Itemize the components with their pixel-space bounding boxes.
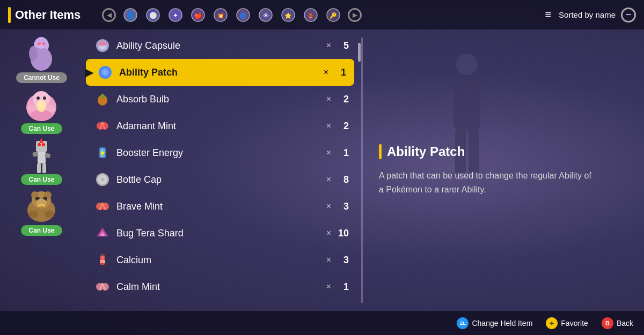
category-icon-8[interactable]: ⭐	[280, 7, 296, 23]
item-name-3: Adamant Mint	[116, 121, 326, 132]
item-x-6: ×	[326, 202, 331, 211]
party-panel: Cannot Use Can Use	[0, 29, 83, 311]
item-row-0[interactable]: Ability Capsule × 5	[83, 32, 357, 59]
b-button[interactable]: B	[602, 317, 613, 329]
category-icon-4[interactable]: 🍎	[190, 7, 206, 23]
detail-description: A patch that can be used to change the r…	[379, 169, 594, 196]
item-icon-8: Ca	[94, 251, 111, 269]
sort-label: Sorted by name	[559, 10, 616, 19]
nav-right-button[interactable]: ▶	[348, 8, 362, 22]
item-icon-3	[94, 117, 111, 135]
item-count-3: 2	[335, 121, 349, 132]
status-badge-3: Can Use	[21, 174, 62, 185]
svg-point-51	[45, 211, 54, 218]
item-icon-7	[94, 225, 111, 242]
zl-icon: ZL	[460, 321, 466, 326]
title-accent	[8, 7, 11, 23]
item-name-2: Absorb Bulb	[116, 94, 326, 105]
category-icon-5[interactable]: 💥	[213, 7, 229, 23]
item-row-7[interactable]: Bug Tera Shard × 10	[83, 220, 357, 247]
item-count-4: 1	[335, 147, 349, 159]
item-list-wrapper: Ability Capsule × 5 ▶ Ability Patch × 1	[83, 29, 363, 311]
detail-accent	[379, 144, 382, 159]
item-count-2: 2	[335, 94, 349, 105]
svg-point-42	[42, 143, 45, 146]
item-count-5: 8	[335, 174, 349, 185]
detail-title: Ability Patch	[387, 144, 465, 159]
plus-button[interactable]: +	[546, 317, 558, 329]
svg-point-25	[38, 44, 45, 49]
category-icon-7[interactable]: 👁	[258, 7, 274, 23]
plus-icon: +	[550, 319, 554, 327]
svg-rect-37	[32, 151, 39, 157]
item-x-5: ×	[326, 175, 331, 184]
bottom-bar: ZL Change Held Item + Favorite B Back	[0, 311, 644, 335]
item-x-0: ×	[326, 41, 331, 50]
category-icon-2[interactable]: ⚪	[145, 7, 161, 23]
pokemon-sprite-3	[20, 137, 63, 174]
party-member-3: Can Use	[4, 137, 79, 185]
svg-text:💥: 💥	[217, 12, 224, 19]
item-count-0: 5	[335, 40, 349, 51]
item-name-1: Ability Patch	[119, 67, 324, 78]
item-row-9[interactable]: Calm Mint × 1	[83, 273, 357, 300]
party-member-2: Can Use	[4, 86, 79, 134]
scroll-thumb	[358, 43, 361, 62]
svg-point-33	[36, 100, 46, 112]
item-x-8: ×	[326, 255, 331, 265]
b-icon: B	[605, 320, 610, 326]
item-name-0: Ability Capsule	[116, 40, 326, 51]
svg-text:Ca: Ca	[100, 259, 106, 264]
status-badge-4: Can Use	[21, 225, 62, 236]
item-icon-5	[94, 171, 111, 188]
zl-button[interactable]: ZL	[457, 317, 469, 329]
party-member-4: Can Use	[4, 188, 79, 236]
category-icon-10[interactable]: 🔑	[325, 7, 341, 23]
status-badge-1: Cannot Use	[16, 72, 67, 83]
item-row-2[interactable]: Absorb Bulb × 2	[83, 86, 357, 113]
item-icon-4	[94, 144, 111, 161]
svg-text:👤: 👤	[126, 11, 135, 20]
svg-point-22	[29, 46, 38, 61]
top-bar: Other Items ◀ 👤 ⚪ ✦ 🍎 💥 🌀 👁 ⭐	[0, 0, 644, 29]
item-name-9: Calm Mint	[116, 281, 326, 293]
item-name-5: Bottle Cap	[116, 174, 326, 185]
item-row-1[interactable]: ▶ Ability Patch × 1	[86, 59, 354, 86]
category-nav: ◀ 👤 ⚪ ✦ 🍎 💥 🌀 👁 ⭐ 🏺 🔑	[102, 7, 362, 23]
nav-left-button[interactable]: ◀	[102, 8, 116, 22]
item-x-3: ×	[326, 121, 331, 131]
scroll-bar[interactable]	[357, 29, 361, 311]
sort-section: ≡ Sorted by name −	[545, 8, 636, 23]
item-row-5[interactable]: Bottle Cap × 8	[83, 166, 357, 193]
svg-point-50	[28, 211, 38, 218]
item-count-8: 3	[335, 255, 349, 266]
item-row-3[interactable]: Adamant Mint × 2	[83, 113, 357, 139]
category-icon-1[interactable]: 👤	[122, 7, 138, 23]
category-icon-3[interactable]: ✦	[167, 7, 184, 23]
pokemon-sprite-4	[20, 188, 63, 225]
item-row-4[interactable]: Booster Energy × 1	[83, 139, 357, 166]
change-held-label: Change Held Item	[472, 319, 532, 327]
bottom-action-2: B Back	[602, 317, 633, 329]
pokemon-sprite-1	[20, 35, 63, 72]
item-x-4: ×	[326, 148, 331, 158]
detail-panel: Ability Patch A patch that can be used t…	[363, 29, 644, 311]
category-icon-9[interactable]: 🏺	[303, 7, 319, 23]
item-name-4: Booster Energy	[116, 147, 326, 159]
bottom-action-0: ZL Change Held Item	[457, 317, 532, 329]
title-section: Other Items	[8, 7, 80, 23]
item-row-8[interactable]: Ca Calcium × 3	[83, 247, 357, 273]
item-icon-2	[94, 91, 111, 108]
item-icon-9	[94, 278, 111, 295]
item-row-6[interactable]: Brave Mint × 3	[83, 193, 357, 220]
item-x-7: ×	[326, 228, 331, 238]
item-count-1: 1	[333, 67, 346, 78]
vertical-separator	[361, 38, 363, 303]
minus-button[interactable]: −	[621, 8, 636, 23]
category-icon-6[interactable]: 🌀	[235, 7, 251, 23]
svg-rect-58	[101, 94, 104, 98]
svg-text:✦: ✦	[173, 12, 178, 19]
svg-point-67	[101, 178, 104, 181]
svg-point-28	[36, 96, 40, 100]
svg-text:⭐: ⭐	[284, 12, 292, 19]
